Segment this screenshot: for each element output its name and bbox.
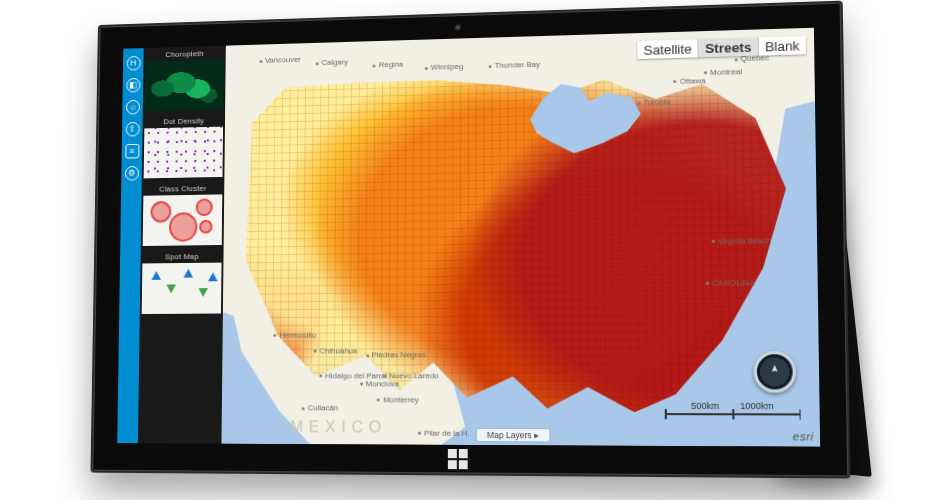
city-label: Vancouver <box>259 55 301 65</box>
city-label: Nuevo Laredo <box>383 371 439 380</box>
city-label: Virginia Beach <box>712 236 772 246</box>
city-label: Hermosillo <box>274 330 316 339</box>
share-icon[interactable]: ⇪ <box>125 122 139 137</box>
basemap-satellite[interactable]: Satellite <box>637 39 698 59</box>
city-label: Calgary <box>316 58 348 68</box>
map-layers-chip[interactable]: Map Layers ▸ <box>477 429 549 442</box>
scale-bar: 500km 1000km <box>665 401 801 416</box>
choropleth-usa <box>233 53 807 413</box>
city-label: Regina <box>373 60 403 70</box>
north-arrow-icon <box>766 364 783 381</box>
map-app: H ◧ ⌕ ⇪ ≡ ⚙ Choropleth Dot Density Class… <box>117 28 820 447</box>
basemap-blank[interactable]: Blank <box>758 36 806 56</box>
city-label: Quebec <box>734 54 769 64</box>
city-label: Monterrey <box>377 395 418 404</box>
thumb-choropleth[interactable] <box>145 59 224 111</box>
map-type-panel: Choropleth Dot Density Class Cluster Spo… <box>138 46 226 444</box>
city-label: Toronto <box>638 97 671 107</box>
stage: H ◧ ⌕ ⇪ ≡ ⚙ Choropleth Dot Density Class… <box>0 0 950 500</box>
search-icon[interactable]: ⌕ <box>126 100 140 115</box>
tablet-device: H ◧ ⌕ ⇪ ≡ ⚙ Choropleth Dot Density Class… <box>90 1 850 479</box>
thumb-spot-map[interactable] <box>142 263 222 314</box>
map-canvas[interactable]: MEXICO VancouverCalgaryReginaWinnipegThu… <box>221 28 820 447</box>
layers-icon[interactable]: ◧ <box>126 78 140 93</box>
scale-full: 1000km <box>740 401 774 411</box>
basemap-streets[interactable]: Streets <box>698 38 758 58</box>
city-label: Culiacán <box>302 403 338 412</box>
thumb-title-spot-map: Spot Map <box>141 249 224 264</box>
esri-attribution: esri <box>793 430 814 443</box>
compass-widget[interactable] <box>754 351 797 392</box>
city-label: Thunder Bay <box>489 60 540 70</box>
city-label: Montreal <box>704 67 742 77</box>
thumb-title-class-cluster: Class Cluster <box>142 181 225 196</box>
settings-icon[interactable]: ⚙ <box>125 166 139 181</box>
city-label: Monclova <box>360 379 400 388</box>
city-label: Pilar de la H. <box>418 428 470 437</box>
city-label: Winnipeg <box>425 62 464 72</box>
thumb-dot-density[interactable] <box>144 127 223 179</box>
thumb-class-cluster[interactable] <box>143 194 223 246</box>
home-icon[interactable]: H <box>126 56 140 71</box>
scale-half: 500km <box>691 401 719 411</box>
screen: H ◧ ⌕ ⇪ ≡ ⚙ Choropleth Dot Density Class… <box>117 28 820 447</box>
menu-icon[interactable]: ≡ <box>125 144 139 159</box>
city-label: Piedras Negras <box>366 350 426 359</box>
city-label: Chihuahua <box>314 347 358 356</box>
basemap-toggle: Satellite Streets Blank <box>637 36 806 59</box>
country-label-mexico: MEXICO <box>290 418 387 436</box>
